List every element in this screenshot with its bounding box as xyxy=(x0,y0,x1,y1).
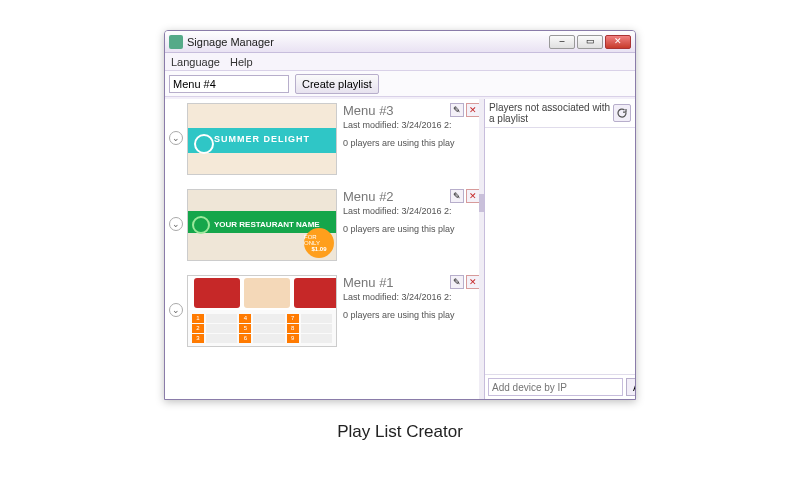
playlist-thumbnail[interactable]: FOR ONLY$1.09 xyxy=(187,189,337,261)
titlebar[interactable]: Signage Manager – ▭ ✕ xyxy=(165,31,635,53)
playlist-modified: Last modified: 3/24/2016 2: xyxy=(343,292,478,302)
scrollbar[interactable] xyxy=(479,99,484,399)
playlist-name-input[interactable] xyxy=(169,75,289,93)
menubar: Language Help xyxy=(165,53,635,71)
edit-playlist-button[interactable]: ✎ xyxy=(450,189,464,203)
scrollbar-thumb[interactable] xyxy=(479,194,484,212)
minimize-button[interactable]: – xyxy=(549,35,575,49)
delete-playlist-button[interactable]: ✕ xyxy=(466,103,480,117)
playlist-modified: Last modified: 3/24/2016 2: xyxy=(343,120,478,130)
edit-playlist-button[interactable]: ✎ xyxy=(450,275,464,289)
expand-icon[interactable]: ⌄ xyxy=(169,303,183,317)
close-button[interactable]: ✕ xyxy=(605,35,631,49)
playlist-list-panel: ⌄ ✎ ✕ Menu #3 Last modified: 3/24/2016 2… xyxy=(165,99,485,399)
add-device-ip-input[interactable] xyxy=(488,378,623,396)
refresh-icon xyxy=(616,107,628,119)
menu-language[interactable]: Language xyxy=(171,56,220,68)
add-device-button[interactable]: Add xyxy=(626,378,636,396)
refresh-button[interactable] xyxy=(613,104,631,122)
create-playlist-button[interactable]: Create playlist xyxy=(295,74,379,94)
edit-playlist-button[interactable]: ✎ xyxy=(450,103,464,117)
toolbar: Create playlist xyxy=(165,71,635,97)
playlist-row[interactable]: ⌄ ✎ ✕ Menu #3 Last modified: 3/24/2016 2… xyxy=(165,99,484,185)
menu-help[interactable]: Help xyxy=(230,56,253,68)
players-panel: Players not associated with a playlist A… xyxy=(485,99,635,399)
players-panel-header: Players not associated with a playlist xyxy=(489,102,613,124)
playlist-row[interactable]: ⌄ FOR ONLY$1.09 ✎ ✕ Menu #2 Last modifie… xyxy=(165,185,484,271)
playlist-players: 0 players are using this play xyxy=(343,310,478,320)
delete-playlist-button[interactable]: ✕ xyxy=(466,189,480,203)
playlist-players: 0 players are using this play xyxy=(343,138,478,148)
maximize-button[interactable]: ▭ xyxy=(577,35,603,49)
playlist-row[interactable]: ⌄ 147 258 369 ✎ xyxy=(165,271,484,357)
window-title: Signage Manager xyxy=(187,36,549,48)
expand-icon[interactable]: ⌄ xyxy=(169,217,183,231)
playlist-modified: Last modified: 3/24/2016 2: xyxy=(343,206,478,216)
app-window: Signage Manager – ▭ ✕ Language Help Crea… xyxy=(164,30,636,400)
playlist-thumbnail[interactable] xyxy=(187,103,337,175)
expand-icon[interactable]: ⌄ xyxy=(169,131,183,145)
figure-caption: Play List Creator xyxy=(0,422,800,442)
players-list[interactable] xyxy=(485,128,635,374)
playlist-thumbnail[interactable]: 147 258 369 xyxy=(187,275,337,347)
playlist-players: 0 players are using this play xyxy=(343,224,478,234)
delete-playlist-button[interactable]: ✕ xyxy=(466,275,480,289)
app-icon xyxy=(169,35,183,49)
